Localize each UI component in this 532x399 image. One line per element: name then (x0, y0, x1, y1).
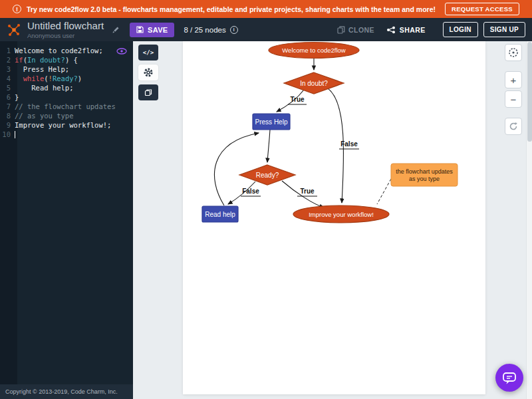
node-cond-ready[interactable]: Ready? (239, 165, 295, 185)
zoom-out-button[interactable]: − (505, 90, 522, 108)
code-text[interactable]: // the flowchart updates (15, 102, 116, 111)
info-icon[interactable]: i (230, 26, 238, 34)
canvas-controls: + − (505, 44, 522, 137)
code-lines[interactable]: 1Welcome to code2flow;2if(In doubt?) {3 … (0, 41, 133, 139)
svg-text:In doubt?: In doubt? (300, 80, 328, 87)
reset-view-button[interactable] (505, 118, 522, 135)
chat-button[interactable] (495, 364, 523, 392)
svg-text:the flowchart updates: the flowchart updates (396, 168, 453, 175)
eye-icon (116, 48, 127, 55)
code-line[interactable]: 10 (0, 130, 133, 139)
node-end[interactable]: Improve your workflow! (293, 205, 389, 223)
line-number: 2 (0, 55, 15, 65)
copy-icon (144, 88, 152, 96)
text-caret (15, 131, 15, 138)
code-line[interactable]: 6} (0, 92, 133, 102)
code-text[interactable]: } (15, 92, 19, 102)
node-press-help[interactable]: Press Help (253, 114, 290, 130)
signup-button[interactable]: SIGN UP (483, 22, 525, 37)
save-label: SAVE (148, 26, 168, 34)
save-icon (136, 26, 144, 33)
edge-note-dashed (377, 179, 391, 204)
edge-label-true-2: True (300, 188, 315, 195)
gear-icon (143, 67, 154, 78)
edge-label-false-1: False (340, 140, 358, 148)
code-text[interactable]: while(!Ready?) (15, 74, 82, 83)
edge-label-true-1: True (290, 96, 305, 103)
clone-button[interactable]: CLONE (337, 26, 374, 34)
beta-banner: ! Try new code2flow 2.0 beta - flowchart… (0, 0, 532, 18)
code-text[interactable]: Welcome to code2flow; (15, 46, 103, 55)
overview-icon (508, 47, 519, 58)
document-title[interactable]: Untitled flowchart (27, 21, 104, 31)
copyright-text: Copyright © 2013-2019, Code Charm, Inc. (0, 384, 133, 399)
edge-label-false-2: False (242, 188, 259, 195)
code-text[interactable]: Improve your workflow!; (15, 120, 111, 130)
code-line[interactable]: 9Improve your workflow!; (0, 120, 133, 130)
document-owner: Anonymous user (27, 32, 104, 39)
code-editor[interactable]: 1Welcome to code2flow;2if(In doubt?) {3 … (0, 41, 133, 399)
copy-code-button[interactable] (138, 84, 158, 100)
line-number: 6 (0, 92, 15, 102)
line-number: 3 (0, 65, 15, 74)
save-button[interactable]: SAVE (130, 23, 174, 37)
line-number: 7 (0, 102, 15, 111)
code-view-label: </> (143, 49, 154, 56)
share-button[interactable]: SHARE (386, 26, 426, 34)
app-header: Untitled flowchart Anonymous user SAVE 8… (0, 18, 532, 41)
node-start[interactable]: Welcome to code2flow (269, 43, 359, 59)
code-line[interactable]: 2if(In doubt?) { (0, 55, 133, 65)
code-line[interactable]: 3 Press Help; (0, 65, 133, 74)
alert-icon: ! (13, 5, 21, 13)
code-line[interactable]: 5 Read help; (0, 83, 133, 92)
code-line[interactable]: 8// as you type (0, 111, 133, 120)
zoom-in-button[interactable]: + (505, 71, 522, 88)
svg-text:Ready?: Ready? (256, 172, 279, 179)
node-note[interactable]: the flowchart updates as you type (391, 164, 458, 186)
code-text[interactable]: Press Help; (15, 65, 69, 74)
line-number: 9 (0, 120, 15, 130)
node-cond-in-doubt[interactable]: In doubt? (284, 72, 344, 94)
svg-text:as you type: as you type (409, 176, 440, 182)
code-line[interactable]: 1Welcome to code2flow; (0, 46, 133, 55)
code-line[interactable]: 7// the flowchart updates (0, 102, 133, 111)
nodes-count-label: 8 / 25 nodes (184, 26, 225, 34)
svg-text:Improve your workflow!: Improve your workflow! (309, 211, 374, 218)
code-text[interactable]: if(In doubt?) { (15, 55, 78, 65)
line-number: 8 (0, 111, 15, 120)
app-root: ! Try new code2flow 2.0 beta - flowchart… (0, 0, 532, 399)
main-area: 1Welcome to code2flow;2if(In doubt?) {3 … (0, 41, 532, 399)
code-line[interactable]: 4 while(!Ready?) (0, 74, 133, 83)
line-number: 5 (0, 83, 15, 92)
settings-button[interactable] (138, 65, 158, 80)
clone-label: CLONE (348, 26, 374, 34)
overview-button[interactable] (505, 44, 522, 61)
rename-button[interactable] (112, 26, 120, 34)
clone-icon (337, 26, 345, 34)
login-button[interactable]: LOGIN (443, 22, 478, 37)
edge-press-cond2 (267, 130, 270, 162)
refresh-icon (509, 122, 518, 131)
chat-bubble-icon (502, 371, 517, 385)
banner-text: Try new code2flow 2.0 beta - flowcharts … (27, 5, 436, 13)
request-access-button[interactable]: REQUEST ACCESS (445, 3, 519, 15)
code2flow-logo-icon (7, 23, 21, 37)
share-label: SHARE (400, 26, 426, 34)
code-text[interactable]: // as you type (15, 111, 74, 120)
scrollbar-thumb[interactable] (527, 42, 532, 142)
pencil-icon (112, 26, 120, 34)
node-read-help[interactable]: Read help (202, 206, 238, 222)
flowchart-svg: True False False True Welcome to code2fl… (183, 41, 485, 394)
flowchart-canvas[interactable]: True False False True Welcome to code2fl… (183, 41, 485, 394)
nodes-count: 8 / 25 nodes i (184, 26, 237, 34)
share-icon (386, 26, 396, 34)
page-scrollbar[interactable] (526, 41, 532, 399)
svg-text:Press Help: Press Help (255, 118, 288, 126)
line-number: 10 (0, 130, 15, 139)
code-view-button[interactable]: </> (138, 45, 158, 61)
line-number: 1 (0, 46, 15, 55)
code-text[interactable] (15, 130, 15, 139)
svg-text:Welcome to code2flow: Welcome to code2flow (282, 47, 346, 54)
preview-toggle-button[interactable] (116, 47, 127, 57)
code-text[interactable]: Read help; (15, 83, 74, 92)
